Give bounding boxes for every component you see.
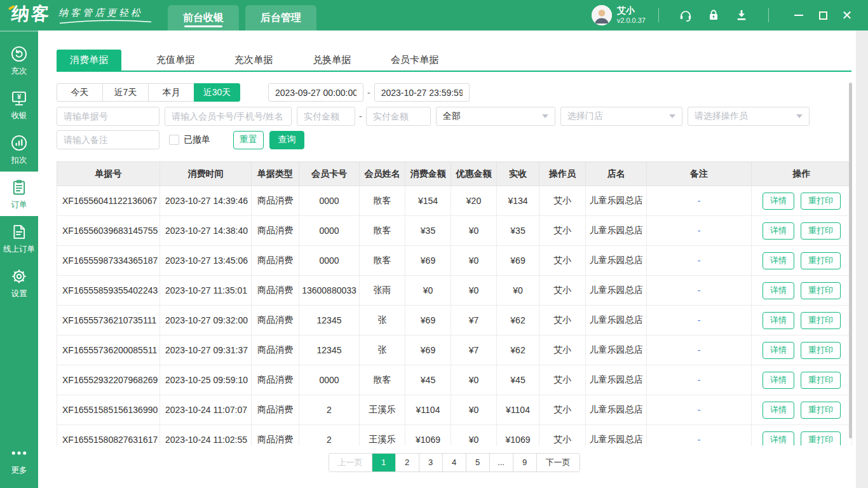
cell-order-type: 商品消费 [252, 306, 299, 336]
member-search-input[interactable] [165, 107, 292, 126]
amount-separator: - [359, 111, 362, 121]
page-button-2[interactable]: 2 [396, 454, 419, 471]
search-button[interactable]: 查询 [269, 131, 304, 149]
page-button-5[interactable]: 5 [466, 454, 490, 471]
minimize-button[interactable] [787, 6, 811, 25]
cell-card-no: 12345 [299, 336, 360, 365]
range-button-近7天[interactable]: 近7天 [102, 83, 149, 102]
detail-button[interactable]: 详情 [763, 282, 794, 299]
reprint-button[interactable]: 重打印 [801, 222, 841, 240]
detail-button[interactable]: 详情 [763, 372, 794, 389]
filter-row-fields: - 全部 选择门店 请选择操作员 [57, 107, 868, 126]
orders-table-container: 单据号消费时间单据类型会员卡号会员姓名消费金额优惠金额实收操作员店名备注操作 X… [57, 161, 852, 445]
maximize-icon [819, 11, 827, 20]
cell-member-name: 散客 [360, 365, 405, 395]
download-icon[interactable] [734, 8, 749, 23]
sidebar-item-deduct[interactable]: 扣次 [0, 127, 38, 172]
tab-recharge-times[interactable]: 充次单据 [229, 50, 278, 71]
cell-consume-time: 2023-10-24 11:07:07 [160, 395, 252, 425]
sidebar-item-settings[interactable]: 设置 [0, 261, 38, 305]
reprint-button[interactable]: 重打印 [801, 431, 841, 446]
close-button[interactable]: ✕ [835, 6, 859, 25]
cell-store: 儿童乐园总店 [586, 336, 647, 365]
revoked-checkbox[interactable] [169, 135, 179, 145]
detail-button[interactable]: 详情 [763, 252, 794, 269]
cell-member-name: 张 [360, 336, 405, 365]
detail-button[interactable]: 详情 [763, 193, 794, 210]
sidebar-item-orders[interactable]: 订单 [0, 172, 38, 216]
app-tagline: 纳客管店更轻松 [58, 7, 153, 19]
detail-button[interactable]: 详情 [763, 342, 794, 359]
customer-service-icon[interactable] [678, 8, 693, 23]
detail-button[interactable]: 详情 [763, 431, 794, 446]
cell-consume-amount: ¥69 [405, 336, 451, 365]
store-select[interactable]: 选择门店 [560, 107, 682, 126]
cell-order-no: XF16552932207968269 [57, 365, 160, 395]
range-button-今天[interactable]: 今天 [57, 83, 103, 102]
col-header-consume-amount: 消费金额 [405, 162, 451, 186]
reset-button[interactable]: 重置 [233, 131, 264, 149]
prev-page-button[interactable]: 上一页 [329, 454, 372, 471]
operator-select[interactable]: 请选择操作员 [688, 107, 810, 126]
reprint-button[interactable]: 重打印 [801, 402, 841, 419]
sidebar-item-more[interactable]: 更多 [0, 437, 38, 482]
cell-operator: 艾小 [539, 306, 586, 336]
reprint-button[interactable]: 重打印 [801, 193, 841, 210]
tab-recharge-value[interactable]: 充值单据 [151, 50, 200, 71]
tab-member-card[interactable]: 会员卡单据 [386, 50, 444, 71]
cell-consume-time: 2023-10-27 09:31:37 [160, 336, 252, 365]
cell-order-no: XF16555859355402243 [57, 276, 160, 306]
table-row: XF165515808276316172023-10-24 11:02:55商品… [57, 425, 852, 446]
brand-area: 纳客 纳客管店更轻松 [11, 5, 153, 25]
cashier-icon: ¥ [10, 90, 28, 107]
order-no-input[interactable] [57, 107, 159, 126]
cell-card-no: 12345 [299, 306, 360, 336]
cell-discount-amount: ¥20 [451, 186, 497, 216]
remark-input[interactable] [57, 130, 159, 149]
amount-min-input[interactable] [297, 107, 355, 126]
date-start-input[interactable] [268, 83, 363, 102]
cell-member-name: 散客 [360, 186, 405, 216]
vertical-scrollbar[interactable] [849, 83, 852, 438]
app-header: 纳客 纳客管店更轻松 前台收银 后台管理 艾小 v2.0.0.37 [0, 0, 868, 30]
detail-button[interactable]: 详情 [763, 402, 794, 419]
range-button-本月[interactable]: 本月 [148, 83, 194, 102]
lock-icon[interactable] [706, 8, 721, 23]
next-page-button[interactable]: 下一页 [537, 454, 580, 471]
reprint-button[interactable]: 重打印 [801, 342, 841, 359]
online-orders-icon [10, 223, 28, 241]
sidebar-item-label: 充次 [11, 66, 27, 77]
sidebar-item-cashier[interactable]: ¥收银 [0, 83, 38, 127]
operator-placeholder: 请选择操作员 [695, 111, 748, 122]
cell-operator: 艾小 [539, 276, 586, 306]
reprint-button[interactable]: 重打印 [801, 372, 841, 389]
nav-tab-backend[interactable]: 后台管理 [245, 5, 316, 30]
page-button-3[interactable]: 3 [419, 454, 443, 471]
page-button-4[interactable]: 4 [443, 454, 466, 471]
sidebar-item-label: 收银 [11, 111, 27, 121]
reprint-button[interactable]: 重打印 [801, 252, 841, 269]
page-button-9[interactable]: 9 [513, 454, 537, 471]
tab-exchange[interactable]: 兑换单据 [308, 50, 356, 71]
maximize-button[interactable] [811, 6, 835, 25]
detail-button[interactable]: 详情 [763, 222, 794, 240]
date-end-input[interactable] [374, 83, 470, 102]
reprint-button[interactable]: 重打印 [801, 312, 841, 329]
cell-store: 儿童乐园总店 [586, 186, 647, 216]
detail-button[interactable]: 详情 [763, 312, 794, 329]
revoked-label: 已撤单 [184, 134, 210, 146]
sidebar-item-label: 设置 [11, 288, 27, 299]
sidebar-item-online-orders[interactable]: 线上订单 [0, 216, 38, 261]
nav-tab-front-cashier[interactable]: 前台收银 [168, 5, 239, 30]
reprint-button[interactable]: 重打印 [801, 282, 841, 299]
sidebar-item-recharge[interactable]: 充次 [0, 38, 38, 83]
order-type-select[interactable]: 全部 [436, 107, 555, 126]
page-button-...[interactable]: ... [490, 454, 513, 471]
tab-consume[interactable]: 消费单据 [57, 50, 121, 71]
cell-remark: - [647, 246, 752, 276]
page-button-1[interactable]: 1 [372, 454, 396, 471]
divider [768, 8, 769, 22]
avatar[interactable] [592, 5, 612, 25]
range-button-近30天[interactable]: 近30天 [194, 83, 240, 102]
amount-max-input[interactable] [366, 107, 431, 126]
